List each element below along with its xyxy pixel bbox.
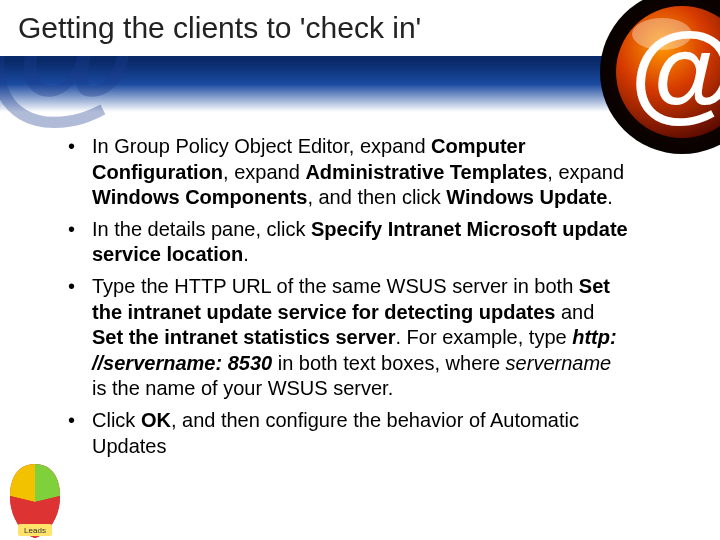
- text-segment: .: [607, 186, 613, 208]
- text-segment: In the details pane, click: [92, 218, 311, 240]
- text-segment: Administrative Templates: [305, 161, 547, 183]
- text-segment: , expand: [223, 161, 305, 183]
- slide-title: Getting the clients to 'check in': [18, 11, 421, 45]
- text-segment: Click: [92, 409, 141, 431]
- list-item: In the details pane, click Specify Intra…: [68, 217, 628, 268]
- list-item: In Group Policy Object Editor, expand Co…: [68, 134, 628, 211]
- text-segment: , and then click: [307, 186, 446, 208]
- text-segment: . For example, type: [395, 326, 572, 348]
- text-segment: OK: [141, 409, 171, 431]
- text-segment: Windows Update: [446, 186, 607, 208]
- title-bar: Getting the clients to 'check in': [0, 0, 720, 56]
- slide: @ Getting the clients to 'check in' @ In…: [0, 0, 720, 540]
- content-area: In Group Policy Object Editor, expand Co…: [68, 134, 628, 465]
- corner-badge-icon: Leads: [0, 460, 70, 540]
- text-segment: and: [555, 301, 594, 323]
- list-item: Type the HTTP URL of the same WSUS serve…: [68, 274, 628, 402]
- text-segment: Set the intranet statistics server: [92, 326, 395, 348]
- text-segment: Windows Components: [92, 186, 307, 208]
- text-segment: is the name of your WSUS server.: [92, 377, 393, 399]
- text-segment: in both text boxes, where: [272, 352, 505, 374]
- text-segment: .: [243, 243, 249, 265]
- text-segment: Type the HTTP URL of the same WSUS serve…: [92, 275, 579, 297]
- list-item: Click OK, and then configure the behavio…: [68, 408, 628, 459]
- text-segment: , expand: [547, 161, 624, 183]
- text-segment: In Group Policy Object Editor, expand: [92, 135, 431, 157]
- text-segment: servername: [506, 352, 612, 374]
- bullet-list: In Group Policy Object Editor, expand Co…: [68, 134, 628, 459]
- badge-label: Leads: [24, 526, 46, 535]
